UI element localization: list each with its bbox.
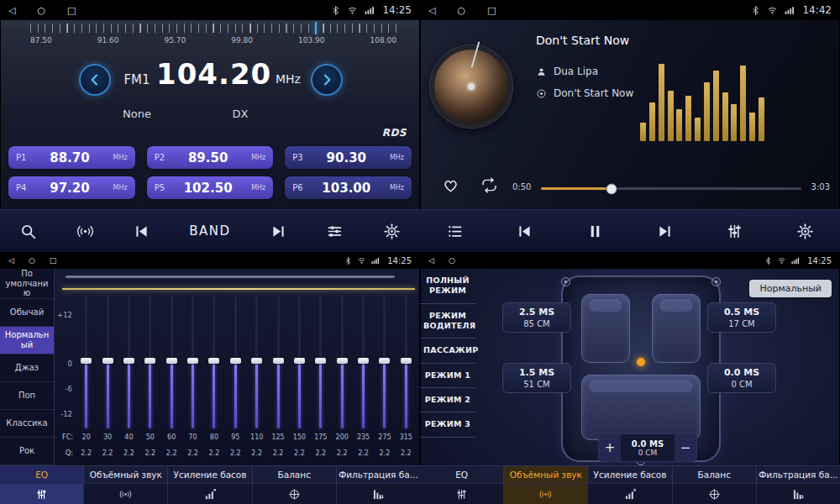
eq-band-slider-16[interactable]: [396, 294, 417, 428]
nav-home-icon[interactable]: ○: [29, 256, 35, 265]
preset-button-5[interactable]: P5 102.50 MHz: [147, 176, 274, 199]
surround-tab-icon[interactable]: [504, 484, 588, 504]
eq-band-slider-1[interactable]: [76, 294, 97, 428]
next-track-icon[interactable]: [656, 223, 674, 240]
eq-band-slider-9[interactable]: [246, 294, 267, 428]
mode-driver[interactable]: РЕЖИМ ВОДИТЕЛЯ: [420, 304, 475, 339]
tune-down-button[interactable]: [79, 64, 111, 96]
tab-bass-boost[interactable]: Усиление басов: [588, 466, 672, 483]
mode-passenger[interactable]: ПАССАЖИР: [420, 339, 475, 363]
spectrum-bar: [759, 97, 764, 141]
eq-band-slider-7[interactable]: [203, 294, 224, 428]
tab-bass-boost[interactable]: Усиление басов: [168, 466, 252, 483]
eq-band-slider-2[interactable]: [97, 294, 118, 428]
mode-2[interactable]: РЕЖИМ 2: [420, 388, 475, 412]
preset-button-3[interactable]: P3 90.30 MHz: [285, 146, 412, 169]
eq-band-scrollbar[interactable]: [66, 276, 395, 278]
seek-previous-icon[interactable]: [133, 223, 150, 240]
eq-tab-icon[interactable]: [420, 484, 504, 504]
tab-balance[interactable]: Баланс: [673, 466, 757, 483]
eq-preset-pop[interactable]: Поп: [0, 382, 54, 410]
preset-button-4[interactable]: P4 97.20 MHz: [8, 176, 135, 199]
preset-button-6[interactable]: P6 103.00 MHz: [285, 176, 412, 199]
eq-band-slider-6[interactable]: [182, 294, 203, 428]
search-icon[interactable]: [19, 223, 37, 240]
playlist-icon[interactable]: [446, 223, 464, 240]
filter-tab-icon[interactable]: [757, 484, 840, 504]
tab-surround[interactable]: Объёмный звук: [504, 466, 588, 483]
settings-icon[interactable]: [383, 223, 401, 240]
filter-tab-icon[interactable]: [337, 484, 420, 504]
eq-band-slider-8[interactable]: [225, 294, 246, 428]
band-button[interactable]: BAND: [189, 223, 230, 239]
eq-band-slider-10[interactable]: [267, 294, 288, 428]
listening-position-dot[interactable]: [637, 358, 645, 366]
eq-preset-rock[interactable]: Рок: [0, 438, 54, 465]
delay-decrease-button[interactable]: −: [675, 434, 696, 461]
eq-band-slider-11[interactable]: [289, 294, 310, 428]
seek-next-icon[interactable]: [270, 223, 287, 240]
delay-increase-button[interactable]: +: [599, 434, 621, 461]
eq-band-slider-13[interactable]: [332, 294, 353, 428]
preset-button-2[interactable]: P2 89.50 MHz: [147, 146, 274, 169]
eq-band-slider-12[interactable]: [310, 294, 331, 428]
eq-preset-custom[interactable]: Обычай: [0, 299, 54, 327]
bass-boost-tab-icon[interactable]: [168, 484, 252, 504]
tab-eq[interactable]: EQ: [420, 466, 504, 483]
nav-back-icon[interactable]: ◁: [428, 5, 435, 16]
tab-surround[interactable]: Объёмный звук: [84, 466, 168, 483]
delay-cm: 0 CM: [708, 380, 775, 389]
tab-balance[interactable]: Баланс: [253, 466, 337, 483]
band-indicator: FM1: [118, 72, 156, 87]
eq-band-slider-15[interactable]: [374, 294, 395, 428]
tab-filter[interactable]: Фильтрация ба...: [757, 466, 840, 483]
delay-rear-right[interactable]: 0.0 MS 0 CM: [707, 363, 776, 393]
eq-band-slider-14[interactable]: [353, 294, 374, 428]
album-art[interactable]: [430, 45, 512, 128]
eq-tab-icon[interactable]: [0, 484, 84, 504]
balance-tab-icon[interactable]: [673, 484, 757, 504]
nav-home-icon[interactable]: ○: [457, 5, 465, 16]
nav-recents-icon[interactable]: □: [50, 256, 57, 265]
previous-track-icon[interactable]: [516, 223, 533, 240]
balance-tab-icon[interactable]: [253, 484, 337, 504]
bass-boost-tab-icon[interactable]: [588, 484, 672, 504]
audio-settings-icon[interactable]: [326, 223, 344, 240]
seek-bar[interactable]: [541, 187, 801, 190]
eq-band-slider-5[interactable]: [161, 294, 182, 428]
auto-scan-icon[interactable]: [76, 223, 94, 240]
mode-full[interactable]: ПОЛНЫЙ РЕЖИМ: [420, 269, 475, 304]
nav-home-icon[interactable]: ○: [37, 5, 45, 16]
eq-preset-jazz[interactable]: Джаз: [0, 354, 54, 382]
tune-up-button[interactable]: [311, 64, 343, 96]
mode-3[interactable]: РЕЖИМ 3: [420, 412, 475, 437]
progress-thumb[interactable]: [606, 183, 617, 194]
nav-back-icon[interactable]: ◁: [8, 5, 15, 16]
sound-profile-button[interactable]: Нормальный: [749, 280, 832, 297]
delay-rear-left[interactable]: 1.5 MS 51 CM: [502, 363, 571, 393]
repeat-icon[interactable]: [480, 176, 498, 194]
nav-back-icon[interactable]: ◁: [8, 256, 14, 265]
nav-home-icon[interactable]: ○: [449, 256, 455, 265]
settings-icon[interactable]: [796, 223, 814, 240]
delay-stepper: + 0.0 MS 0 CM −: [598, 433, 697, 462]
delay-front-right[interactable]: 0.5 MS 17 CM: [707, 302, 776, 333]
mode-1[interactable]: РЕЖИМ 1: [420, 364, 475, 388]
preset-button-1[interactable]: P1 88.70 MHz: [8, 146, 135, 169]
eq-band-slider-3[interactable]: [118, 294, 139, 428]
frequency-ruler[interactable]: 87.50 91.60 95.70 99.80 103.90 108.00: [30, 24, 396, 52]
pause-icon[interactable]: [586, 223, 604, 240]
tab-filter[interactable]: Фильтрация ба...: [337, 466, 420, 483]
eq-band-slider-4[interactable]: [139, 294, 160, 428]
surround-tab-icon[interactable]: [84, 484, 168, 504]
eq-preset-classic[interactable]: Классика: [0, 410, 54, 438]
eq-preset-normal[interactable]: Нормальный: [0, 327, 54, 354]
nav-back-icon[interactable]: ◁: [428, 256, 434, 265]
favorite-icon[interactable]: [442, 176, 459, 194]
equalizer-icon[interactable]: [726, 223, 743, 240]
nav-recents-icon[interactable]: □: [67, 5, 76, 16]
tab-eq[interactable]: EQ: [0, 466, 84, 483]
eq-preset-default[interactable]: По умолчанию: [0, 269, 54, 299]
nav-recents-icon[interactable]: □: [487, 5, 496, 16]
delay-front-left[interactable]: 2.5 MS 85 CM: [502, 302, 571, 333]
